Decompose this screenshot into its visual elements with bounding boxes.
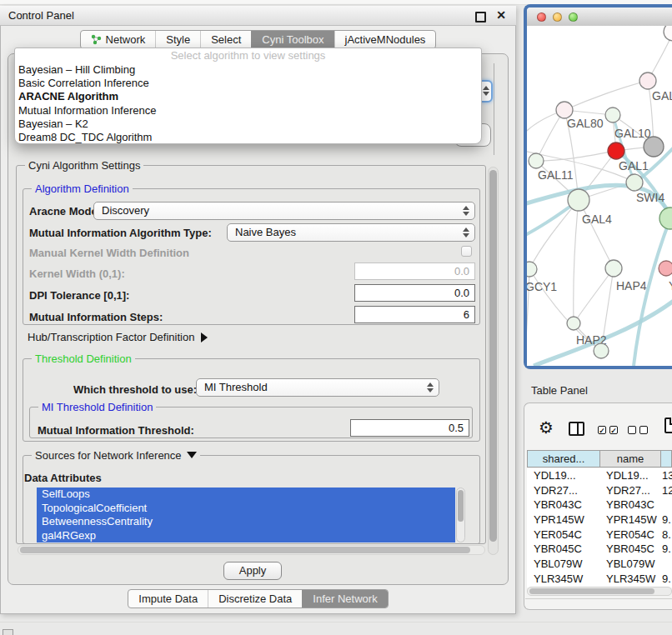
network-node-Y[interactable] <box>659 261 672 276</box>
tab-select[interactable]: Select <box>200 31 251 48</box>
column-header-shared[interactable]: shared... <box>527 450 600 468</box>
algorithm-option[interactable]: Dream8 DC_TDC Algorithm <box>15 131 481 144</box>
mutual-information-threshold-field[interactable]: 0.5 <box>350 419 469 437</box>
aracne-mode-combo[interactable]: Discovery <box>93 202 475 220</box>
network-node-SWI4[interactable] <box>626 174 643 191</box>
tab-network[interactable]: Network <box>81 31 156 48</box>
network-canvas[interactable]: GALGAL80GAL10GAL1GAL11SWI4GAL4GCY1HAP4YH… <box>527 26 672 366</box>
mi-algorithm-type-label: Mutual Information Algorithm Type: <box>29 227 212 239</box>
tab-discretize-data[interactable]: Discretize Data <box>208 590 302 608</box>
kernel-width-field[interactable]: 0.0 <box>354 262 475 280</box>
float-window-icon[interactable] <box>475 12 486 22</box>
network-window-titlebar[interactable] <box>527 8 672 27</box>
tab-discretize-data-label: Discretize Data <box>218 590 292 608</box>
apply-button[interactable]: Apply <box>223 562 282 580</box>
tab-impute-data[interactable]: Impute Data <box>128 590 208 608</box>
table-row[interactable]: YLR345WYLR345W9. <box>527 572 672 587</box>
bottom-left-widget[interactable] <box>3 629 13 635</box>
tab-cyni-toolbox[interactable]: Cyni Toolbox <box>251 31 333 48</box>
table-cell: 13 <box>659 468 672 483</box>
attributes-scrollbar[interactable] <box>456 488 465 542</box>
zoom-traffic-light[interactable] <box>569 12 578 22</box>
dpi-tolerance-field[interactable]: 0.0 <box>354 284 475 302</box>
column-header-name[interactable]: name <box>600 450 661 468</box>
manual-kernel-width-checkbox[interactable] <box>461 246 472 257</box>
table-row[interactable]: YBR043CYBR043C <box>527 498 672 512</box>
mi-steps-field[interactable]: 6 <box>354 306 475 323</box>
node-label: GCY1 <box>527 280 557 293</box>
network-node-GCY1[interactable] <box>527 262 537 277</box>
algorithm-option[interactable]: Basic Correlation Inference <box>15 77 481 90</box>
algorithm-dropdown-popup: Select algorithm to view settings Bayesi… <box>14 48 482 144</box>
network-node-GAL10[interactable] <box>605 108 620 122</box>
column-header-partial[interactable] <box>661 450 672 468</box>
close-window-icon[interactable]: ✕ <box>496 6 506 25</box>
mi-algorithm-type-value: Naive Bayes <box>235 226 296 238</box>
hub-transcription-expander[interactable]: Hub/Transcription Factor Definition <box>28 329 208 344</box>
algorithm-option[interactable]: Bayesian – K2 <box>15 118 481 131</box>
network-node-unlabeled-4[interactable] <box>644 137 664 157</box>
settings-vertical-scrollbar-thumb[interactable] <box>489 170 497 542</box>
network-node-GAL11[interactable] <box>529 153 544 168</box>
network-node-unlabeled-14[interactable] <box>594 343 609 358</box>
top-tabbar: Network Style Select Cyni Toolbox jActiv… <box>0 30 516 49</box>
network-node-HAP2[interactable] <box>567 317 580 330</box>
network-node-unlabeled-9[interactable] <box>659 208 672 229</box>
network-node-GAL4[interactable] <box>568 189 589 211</box>
table-cell: YBL079W <box>599 557 659 572</box>
table-cell: YPR145W <box>599 512 659 528</box>
column-view-icon[interactable] <box>569 422 584 436</box>
network-node-GAL80[interactable] <box>556 102 573 118</box>
data-attribute-item[interactable]: TopologicalCoefficient <box>37 502 455 516</box>
node-label: GAL <box>652 89 672 102</box>
table-row[interactable]: YBR045CYBR045C9. <box>527 542 672 557</box>
table-cell: 12 <box>659 483 672 498</box>
table-horizontal-scrollbar[interactable] <box>527 587 672 596</box>
data-attribute-item[interactable]: BetweennessCentrality <box>37 515 455 529</box>
manual-kernel-width-label: Manual Kernel Width Definition <box>29 247 189 259</box>
tab-jactivemnodules[interactable]: jActiveMNodules <box>334 31 436 48</box>
unchecked-checkbox-icon[interactable] <box>639 426 648 434</box>
close-traffic-light[interactable] <box>537 12 546 22</box>
table-cell: YLR345W <box>527 572 599 587</box>
network-node-HAP4[interactable] <box>605 260 622 277</box>
bottom-divider <box>0 622 672 622</box>
mi-algorithm-type-combo[interactable]: Naive Bayes <box>227 223 475 242</box>
data-attribute-item[interactable]: SelfLoops <box>37 488 455 502</box>
table-horizontal-scrollbar-thumb[interactable] <box>529 588 654 594</box>
tab-infer-network[interactable]: Infer Network <box>302 590 387 608</box>
minimize-traffic-light[interactable] <box>553 12 562 22</box>
network-node-unlabeled-0[interactable] <box>664 26 672 41</box>
node-label: GAL10 <box>614 127 651 140</box>
algorithm-option[interactable]: Bayesian – Hill Climbing <box>15 63 481 77</box>
table-row[interactable]: YPR145WYPR145W9. <box>527 512 672 528</box>
page-icon[interactable] <box>664 418 672 433</box>
algorithm-option[interactable]: Mutual Information Inference <box>15 104 481 118</box>
table-row[interactable]: YDR27...YDR27...12 <box>527 483 672 498</box>
control-panel-titlebar[interactable]: Control Panel ✕ <box>0 6 516 26</box>
table-row[interactable]: YER054CYER054C8. <box>527 528 672 542</box>
algorithm-option[interactable]: ARACNE Algorithm <box>15 90 481 103</box>
kernel-width-label: Kernel Width (0,1): <box>29 268 125 280</box>
which-threshold-combo[interactable]: MI Threshold <box>196 378 439 397</box>
data-attribute-item[interactable]: gal4RGexp <box>37 529 455 543</box>
expander-right-icon <box>201 332 208 342</box>
network-nodes: GALGAL80GAL10GAL1GAL11SWI4GAL4GCY1HAP4YH… <box>527 26 672 358</box>
algorithm-definition-label: Algorithm Definition <box>32 182 133 195</box>
settings-horizontal-scrollbar[interactable] <box>18 545 485 555</box>
attributes-scrollbar-thumb[interactable] <box>458 490 464 522</box>
gear-icon[interactable]: ⚙ <box>539 419 554 436</box>
table-row[interactable]: YBL079WYBL079W <box>527 557 672 572</box>
network-node-GAL[interactable] <box>639 72 656 89</box>
table-cell: YLR345W <box>599 572 659 587</box>
checked-checkbox-icon[interactable]: ✓ <box>598 426 606 434</box>
data-attributes-list[interactable]: SelfLoopsTopologicalCoefficientBetweenne… <box>37 488 455 542</box>
settings-horizontal-scrollbar-thumb[interactable] <box>20 547 470 553</box>
tab-style[interactable]: Style <box>155 31 200 48</box>
settings-vertical-scrollbar[interactable] <box>488 167 499 555</box>
network-node-GAL1[interactable] <box>608 142 624 159</box>
unchecked-checkbox-icon[interactable] <box>628 426 636 434</box>
table-row[interactable]: YDL19...YDL19...13 <box>527 468 672 483</box>
sources-group-label[interactable]: Sources for Network Inference <box>32 449 200 462</box>
checked-checkbox-icon[interactable]: ✓ <box>609 426 618 434</box>
